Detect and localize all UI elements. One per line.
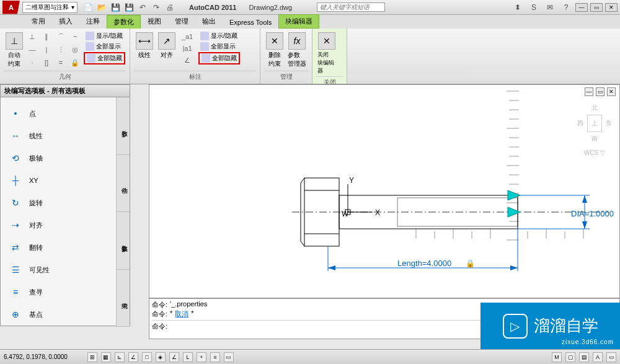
dc-show-hide[interactable]: 显示/隐藏 <box>198 31 240 41</box>
tab-output[interactable]: 输出 <box>195 14 223 29</box>
delete-constraint-button[interactable]: ✕ 删除 约束 <box>264 31 285 71</box>
ducs-toggle[interactable]: L <box>183 352 193 362</box>
help-icon[interactable]: ? <box>561 2 571 12</box>
ortho-toggle[interactable]: ⊾ <box>115 352 125 362</box>
palette-tab-paramsets[interactable]: 参数集 <box>117 212 130 270</box>
gc-symmetric-icon[interactable]: [] <box>40 57 53 68</box>
palette-item-align[interactable]: ⇢对齐 <box>6 214 111 236</box>
gc-collinear-icon[interactable]: ⋮ <box>55 44 67 55</box>
polar-toggle[interactable]: ∠ <box>128 352 138 362</box>
gc-fix-icon[interactable]: 🔒 <box>69 57 81 68</box>
gc-equal-icon[interactable]: = <box>55 57 67 68</box>
gc-perpendicular-icon[interactable]: ⊥ <box>26 31 38 42</box>
dim-vertical-icon[interactable]: |a1 <box>181 43 193 54</box>
osnap-toggle[interactable]: □ <box>142 352 152 362</box>
gc-smooth-icon[interactable]: ~ <box>69 31 81 42</box>
open-icon[interactable]: 📂 <box>97 2 107 12</box>
tab-view[interactable]: 视图 <box>141 14 168 29</box>
palette-tab-constraints[interactable]: 约束 <box>117 270 130 327</box>
grip-mid[interactable] <box>508 207 520 217</box>
key-icon[interactable]: S <box>529 2 539 12</box>
palette-item-polar[interactable]: ⟲极轴 <box>6 147 111 169</box>
close-button[interactable]: ✕ <box>605 3 618 12</box>
close-block-editor-button[interactable]: ✕ 关闭 块编辑器 <box>316 31 337 76</box>
gc-hide-all[interactable]: 全部隐藏 <box>84 52 125 64</box>
new-icon[interactable]: 📄 <box>83 2 93 12</box>
tab-manage[interactable]: 管理 <box>168 14 195 29</box>
dim-align-button[interactable]: ↗ 对齐 <box>156 31 177 71</box>
dim-linear-button[interactable]: ⟷ 线性 <box>134 31 155 71</box>
qp-toggle[interactable]: ▭ <box>224 352 234 362</box>
tab-insert[interactable]: 插入 <box>52 14 79 29</box>
gc-show-hide[interactable]: 显示/隐藏 <box>84 31 125 41</box>
viewcube[interactable]: 北 西 上 东 南 WCS ▽ <box>577 104 612 156</box>
palette-item-linear[interactable]: ↔线性 <box>6 125 111 147</box>
saveas-icon[interactable]: 💾 <box>124 2 134 12</box>
dc-show-all-icon <box>200 42 209 51</box>
palette-tab-params[interactable]: 参数 <box>117 97 130 155</box>
grip-top[interactable] <box>508 190 520 200</box>
tab-annotate[interactable]: 注释 <box>79 14 107 29</box>
gc-vertical-icon[interactable]: | <box>40 44 53 55</box>
tab-home[interactable]: 常用 <box>25 14 52 29</box>
dim-angular-icon[interactable]: ∠ <box>181 55 193 66</box>
palette-item-basepoint[interactable]: ⊕基点 <box>6 303 111 326</box>
watermark-url: zixue.3d66.com <box>562 339 614 345</box>
app-logo[interactable]: A <box>2 1 20 14</box>
auto-constrain-button[interactable]: ⊥ 自动 约束 <box>4 31 25 71</box>
tab-express[interactable]: Express Tools <box>223 16 278 29</box>
palette-item-visibility[interactable]: ☰可见性 <box>6 259 111 281</box>
gc-horizontal-icon[interactable]: — <box>26 44 38 55</box>
layout-toggle[interactable]: ▢ <box>565 352 575 362</box>
dyn-toggle[interactable]: + <box>197 352 206 362</box>
grid-toggle[interactable]: ▦ <box>101 352 111 362</box>
print-icon[interactable]: 🖨 <box>165 2 175 12</box>
undo-icon[interactable]: ↶ <box>138 2 148 12</box>
palette-item-lookup[interactable]: ≡查寻 <box>6 281 111 303</box>
canvas-max-button[interactable]: ▭ <box>596 87 604 96</box>
otrack-toggle[interactable]: ∠ <box>169 352 179 362</box>
dc-hide-all[interactable]: 全部隐藏 <box>198 52 240 64</box>
workspace-dropdown[interactable]: 二维草图与注释 ▾ <box>22 2 78 13</box>
dim-horizontal-icon[interactable]: _a1 <box>181 31 193 42</box>
snap-toggle[interactable]: ⊞ <box>87 352 97 362</box>
drawing-canvas[interactable]: — ▭ ✕ 北 西 上 东 南 WCS ▽ <box>149 84 620 298</box>
palette-item-xy[interactable]: ┼XY <box>6 169 111 192</box>
palette-item-rotate[interactable]: ↻旋转 <box>6 192 111 214</box>
gc-concentric-icon[interactable]: ◎ <box>69 44 81 55</box>
gc-tangent-icon[interactable]: ⌒ <box>55 31 67 42</box>
viewcube-wcs[interactable]: WCS ▽ <box>577 149 612 156</box>
save-icon[interactable]: 💾 <box>110 2 120 12</box>
ruler-vertical <box>507 91 519 240</box>
palette-item-point[interactable]: •点 <box>6 102 111 125</box>
tab-block-editor[interactable]: 块编辑器 <box>278 14 319 29</box>
search-input[interactable] <box>317 2 385 12</box>
cmd-cancel: 取消 <box>175 309 188 319</box>
canvas-close-button[interactable]: ✕ <box>607 87 616 96</box>
svg-text:DIA=1.0000: DIA=1.0000 <box>571 209 614 218</box>
gc-show-all[interactable]: 全部显示 <box>84 42 125 51</box>
osnap3d-toggle[interactable]: ◈ <box>156 352 166 362</box>
dc-hide-all-icon <box>202 54 210 63</box>
viewcube-top[interactable]: 上 <box>587 115 602 132</box>
minimize-button[interactable]: — <box>575 3 588 12</box>
clean-toggle[interactable]: ▭ <box>606 352 616 362</box>
comm-icon[interactable]: ✉ <box>545 2 555 12</box>
ruler-horizontal <box>416 229 583 239</box>
dim-length[interactable]: Length=4.0000 🔒 <box>328 229 518 271</box>
palette-item-flip[interactable]: ⇄翻转 <box>6 236 111 259</box>
exchange-icon[interactable]: ⬍ <box>513 2 523 12</box>
gc-coincident-icon[interactable]: ∙ <box>26 57 38 68</box>
qv-toggle[interactable]: ▤ <box>579 352 589 362</box>
dc-show-all[interactable]: 全部显示 <box>198 42 240 51</box>
annoscale-toggle[interactable]: A <box>593 352 603 362</box>
param-manager-button[interactable]: fx 参数 管理器 <box>286 31 308 71</box>
tab-parametric[interactable]: 参数化 <box>107 15 141 29</box>
model-toggle[interactable]: M <box>552 352 562 362</box>
maximize-button[interactable]: ▭ <box>590 3 603 12</box>
gc-parallel-icon[interactable]: ∥ <box>40 31 53 42</box>
redo-icon[interactable]: ↷ <box>151 2 161 12</box>
palette-tab-actions[interactable]: 动作 <box>117 155 130 213</box>
lwt-toggle[interactable]: ≡ <box>210 352 220 362</box>
canvas-min-button[interactable]: — <box>585 87 593 96</box>
